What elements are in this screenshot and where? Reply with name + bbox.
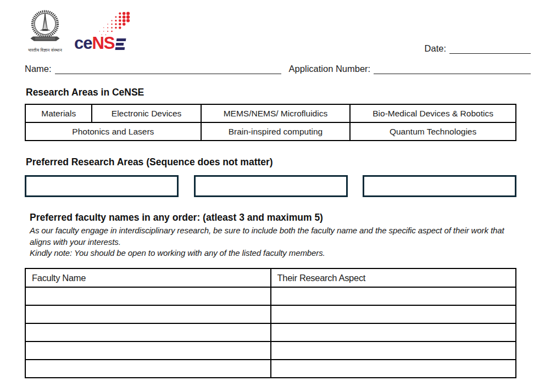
table-row: Materials Electronic Devices MEMS/NEMS/ …: [25, 104, 516, 122]
faculty-name-cell[interactable]: [25, 360, 271, 378]
research-aspect-cell[interactable]: [271, 287, 516, 305]
date-line: Date:: [425, 43, 531, 54]
application-number-label: Application Number:: [289, 64, 371, 74]
table-row: [25, 323, 516, 341]
table-row: [25, 360, 516, 378]
research-area-cell: MEMS/NEMS/ Microfluidics: [201, 104, 350, 122]
iisc-logo: भारतीय विज्ञान संस्थान: [25, 10, 65, 53]
cense-wordmark-ns: NS: [92, 36, 114, 51]
faculty-note-1: As our faculty engage in interdisciplina…: [30, 225, 516, 248]
research-areas-title: Research Areas in CeNSE: [26, 87, 531, 98]
research-area-cell: Materials: [25, 104, 92, 122]
faculty-name-cell[interactable]: [25, 287, 271, 305]
preferred-areas-boxes: [25, 175, 516, 197]
application-number-field[interactable]: [374, 64, 531, 74]
page-header: भारतीय विज्ञान संस्थान ceNS Date:: [25, 8, 531, 54]
cense-wordmark-e-icon: [115, 38, 126, 50]
table-row: [25, 287, 516, 305]
research-area-cell: Bio-Medical Devices & Robotics: [350, 104, 516, 122]
date-label: Date:: [425, 43, 446, 54]
faculty-section-title: Preferred faculty names in any order: (a…: [30, 212, 531, 223]
name-line: Name: Application Number:: [25, 64, 531, 74]
faculty-name-cell[interactable]: [25, 305, 271, 323]
cense-wordmark: ceNS: [74, 36, 125, 51]
research-area-cell: Quantum Technologies: [350, 122, 516, 141]
faculty-name-cell[interactable]: [25, 323, 271, 341]
table-row: Photonics and Lasers Brain-inspired comp…: [25, 122, 516, 141]
table-row: [25, 341, 516, 360]
table-header-row: Faculty Name Their Research Aspect: [25, 268, 516, 287]
research-area-cell: Photonics and Lasers: [25, 122, 201, 141]
preferred-area-box-1[interactable]: [25, 175, 179, 197]
research-areas-table: Materials Electronic Devices MEMS/NEMS/ …: [25, 104, 516, 141]
research-area-cell: Electronic Devices: [92, 104, 201, 122]
research-aspect-cell[interactable]: [271, 323, 516, 341]
application-form-page: भारतीय विज्ञान संस्थान ceNS Date:: [0, 0, 556, 392]
date-field[interactable]: [449, 43, 531, 54]
cense-logo: ceNS: [74, 11, 136, 51]
research-aspect-cell[interactable]: [271, 341, 516, 360]
iisc-emblem-icon: [27, 10, 63, 45]
table-row: [25, 305, 516, 323]
preferred-areas-title: Preferred Research Areas (Sequence does …: [26, 156, 531, 168]
research-aspect-cell[interactable]: [271, 305, 516, 323]
cense-wordmark-ce: ce: [74, 36, 92, 51]
research-aspect-cell[interactable]: [271, 360, 516, 378]
research-aspect-header: Their Research Aspect: [271, 268, 516, 287]
faculty-name-cell[interactable]: [25, 341, 271, 360]
name-label: Name:: [25, 64, 52, 74]
preferred-area-box-2[interactable]: [194, 175, 348, 197]
preferred-area-box-3[interactable]: [363, 175, 516, 197]
faculty-name-header: Faculty Name: [25, 268, 271, 287]
faculty-note-2: Kindly note: You should be open to worki…: [30, 248, 516, 259]
name-field[interactable]: [55, 64, 281, 74]
research-area-cell: Brain-inspired computing: [201, 122, 350, 141]
faculty-table: Faculty Name Their Research Aspect: [25, 268, 516, 378]
iisc-caption: भारतीय विज्ञान संस्थान: [25, 48, 65, 53]
